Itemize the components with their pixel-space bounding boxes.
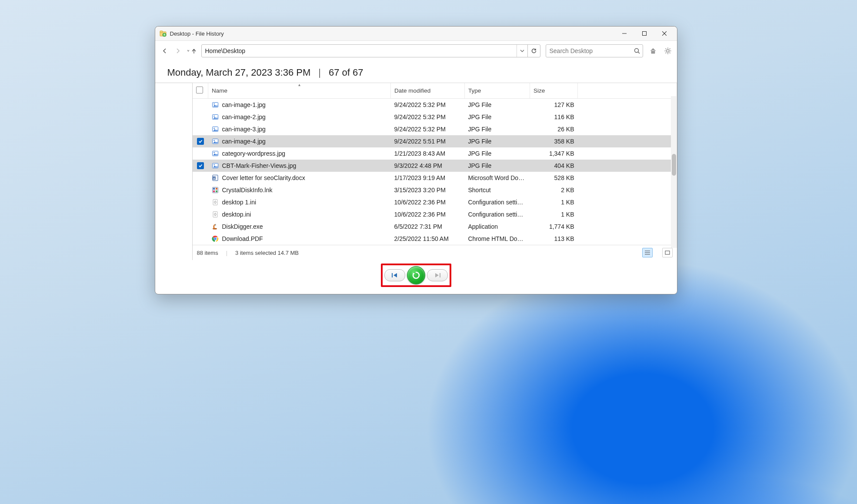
- previous-version-button[interactable]: [384, 269, 405, 281]
- svg-point-29: [213, 164, 215, 166]
- svg-point-25: [213, 140, 215, 141]
- file-type: Microsoft Word Doc...: [465, 172, 530, 184]
- table-row[interactable]: can-image-1.jpg9/24/2022 5:32 PMJPG File…: [193, 99, 677, 111]
- file-type-icon: W: [212, 174, 219, 181]
- minimize-button[interactable]: [614, 27, 634, 40]
- svg-line-17: [669, 49, 670, 50]
- file-size: 26 KB: [530, 123, 578, 135]
- table-row[interactable]: can-image-3.jpg9/24/2022 5:32 PMJPG File…: [193, 123, 677, 135]
- row-checkbox[interactable]: [193, 99, 208, 111]
- row-checkbox[interactable]: [193, 220, 208, 233]
- row-checkbox[interactable]: [193, 196, 208, 208]
- close-button[interactable]: [654, 27, 674, 40]
- details-view-button[interactable]: [642, 248, 653, 257]
- file-type: Application: [465, 220, 530, 233]
- svg-rect-38: [213, 200, 217, 205]
- maximize-button[interactable]: [634, 27, 654, 40]
- up-button[interactable]: [187, 48, 197, 54]
- window-title: Desktop - File History: [170, 30, 224, 37]
- svg-point-23: [213, 128, 215, 129]
- search-input[interactable]: [549, 47, 634, 55]
- svg-line-14: [665, 49, 666, 50]
- table-row[interactable]: desktop.ini10/6/2022 2:36 PMConfiguratio…: [193, 208, 677, 220]
- app-icon: [160, 30, 167, 37]
- titlebar: Desktop - File History: [155, 27, 677, 41]
- address-bar[interactable]: Home\Desktop: [201, 44, 540, 57]
- table-row[interactable]: category-wordpress.jpg1/21/2023 8:43 AMJ…: [193, 147, 677, 160]
- file-size: 1,347 KB: [530, 147, 578, 160]
- table-row[interactable]: WCover letter for seoClarity.docx1/17/20…: [193, 172, 677, 184]
- table-row[interactable]: Download.PDF2/25/2022 11:50 AMChrome HTM…: [193, 233, 677, 245]
- table-row[interactable]: desktop 1.ini10/6/2022 2:36 PMConfigurat…: [193, 196, 677, 208]
- snapshot-position: 67 of 67: [329, 67, 363, 78]
- svg-rect-57: [440, 273, 440, 277]
- row-checkbox[interactable]: [193, 135, 208, 147]
- gear-icon[interactable]: [663, 46, 673, 56]
- search-box[interactable]: [546, 44, 643, 57]
- row-checkbox[interactable]: [193, 184, 208, 196]
- scrollbar-thumb[interactable]: [672, 154, 676, 176]
- file-name: Cover letter for seoClarity.docx: [222, 174, 305, 181]
- svg-point-21: [213, 116, 215, 117]
- file-date: 9/24/2022 5:32 PM: [391, 111, 465, 123]
- file-list: Name▴ Date modified Type Size can-image-…: [193, 83, 677, 260]
- table-row[interactable]: CrystalDiskInfo.lnk3/15/2023 3:20 PMShor…: [193, 184, 677, 196]
- svg-rect-47: [215, 224, 216, 226]
- status-item-count: 88 items: [197, 250, 218, 256]
- column-size[interactable]: Size: [530, 83, 578, 99]
- file-name: desktop 1.ini: [222, 199, 257, 206]
- search-icon: [634, 48, 640, 54]
- back-button[interactable]: [160, 45, 170, 57]
- file-type: Configuration settings: [465, 196, 530, 208]
- file-type: JPG File: [465, 135, 530, 147]
- file-size: 528 KB: [530, 172, 578, 184]
- row-checkbox[interactable]: [193, 111, 208, 123]
- svg-text:W: W: [213, 177, 215, 180]
- table-row[interactable]: can-image-2.jpg9/24/2022 5:32 PMJPG File…: [193, 111, 677, 123]
- table-row[interactable]: can-image-4.jpg9/24/2022 5:51 PMJPG File…: [193, 135, 677, 147]
- file-date: 9/24/2022 5:32 PM: [391, 99, 465, 111]
- svg-rect-55: [665, 251, 670, 254]
- file-name: desktop.ini: [222, 211, 251, 218]
- file-date: 10/6/2022 2:36 PM: [391, 196, 465, 208]
- file-size: 1 KB: [530, 208, 578, 220]
- row-checkbox[interactable]: [193, 172, 208, 184]
- table-row[interactable]: DiskDigger.exe6/5/2022 7:31 PMApplicatio…: [193, 220, 677, 233]
- row-checkbox[interactable]: [193, 147, 208, 160]
- svg-line-15: [669, 53, 670, 53]
- row-checkbox[interactable]: [193, 160, 208, 172]
- file-name: DiskDigger.exe: [222, 223, 263, 230]
- file-size: 116 KB: [530, 111, 578, 123]
- forward-button[interactable]: [173, 45, 183, 57]
- column-type[interactable]: Type: [465, 83, 530, 99]
- vertical-scrollbar[interactable]: [671, 96, 677, 248]
- file-name: category-wordpress.jpg: [222, 150, 286, 157]
- svg-rect-1: [160, 31, 163, 33]
- home-icon[interactable]: [648, 46, 658, 56]
- file-size: 1 KB: [530, 196, 578, 208]
- svg-point-7: [634, 49, 638, 53]
- row-checkbox[interactable]: [193, 123, 208, 135]
- file-history-window: Desktop - File History Home\Desktop Mond…: [155, 26, 677, 294]
- next-version-button[interactable]: [427, 269, 448, 281]
- header-checkbox[interactable]: [193, 83, 208, 99]
- row-checkbox[interactable]: [193, 233, 208, 245]
- column-name[interactable]: Name▴: [208, 83, 391, 99]
- file-type: Chrome HTML Docu...: [465, 233, 530, 245]
- svg-point-19: [213, 103, 215, 105]
- file-type: JPG File: [465, 99, 530, 111]
- address-dropdown[interactable]: [517, 45, 527, 57]
- restore-button[interactable]: [407, 266, 425, 284]
- address-path: Home\Desktop: [202, 47, 517, 54]
- thumbnails-view-button[interactable]: [662, 248, 673, 257]
- svg-rect-42: [213, 212, 217, 217]
- refresh-button[interactable]: [527, 45, 540, 57]
- heading-separator: |: [318, 67, 321, 78]
- column-date[interactable]: Date modified: [391, 83, 465, 99]
- status-selection: 3 items selected 14.7 MB: [235, 250, 299, 256]
- row-checkbox[interactable]: [193, 208, 208, 220]
- table-row[interactable]: CBT-Mark-Fisher-Views.jpg9/3/2022 4:48 P…: [193, 160, 677, 172]
- file-date: 1/21/2023 8:43 AM: [391, 147, 465, 160]
- file-type-icon: [212, 126, 219, 133]
- toolbar: Home\Desktop: [155, 41, 677, 61]
